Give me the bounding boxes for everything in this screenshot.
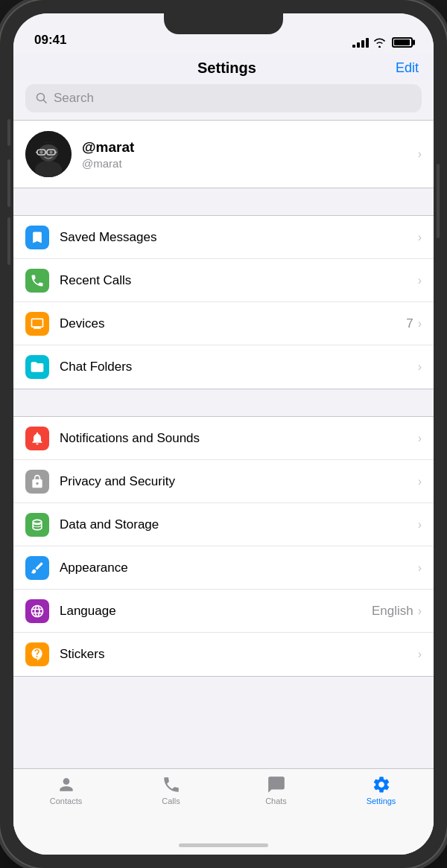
stickers-label: Stickers — [60, 647, 418, 662]
profile-name: @marat — [82, 139, 408, 156]
navigation-bar: Settings Edit — [13, 54, 434, 81]
page-title: Settings — [197, 60, 256, 77]
saved-messages-icon — [25, 226, 49, 249]
privacy-icon — [25, 470, 49, 494]
appearance-row[interactable]: Appearance › — [13, 546, 434, 590]
tab-settings-label: Settings — [367, 797, 396, 805]
chat-folders-label: Chat Folders — [60, 360, 418, 374]
devices-badge: 7 — [406, 316, 413, 331]
recent-calls-row[interactable]: Recent Calls › — [13, 259, 434, 302]
profile-info: @marat @marat — [82, 139, 408, 170]
language-icon — [25, 599, 49, 623]
appearance-chevron: › — [418, 561, 422, 575]
recent-calls-label: Recent Calls — [60, 273, 418, 288]
volume-down-button — [7, 217, 10, 265]
devices-icon — [25, 312, 49, 336]
svg-point-10 — [50, 151, 53, 154]
avatar — [25, 131, 72, 177]
status-icons — [352, 37, 413, 48]
wifi-icon — [373, 38, 386, 48]
section-1: Saved Messages › Recent Calls › — [13, 215, 434, 389]
settings-tab-icon — [372, 775, 391, 794]
section-gap-2 — [13, 389, 434, 416]
power-button — [437, 164, 440, 238]
tab-chats-label: Chats — [265, 797, 287, 805]
edit-button[interactable]: Edit — [396, 60, 419, 76]
tab-calls[interactable]: Calls — [118, 775, 224, 805]
battery-icon — [392, 37, 413, 48]
search-icon — [36, 92, 48, 104]
devices-row[interactable]: Devices 7 › — [13, 302, 434, 345]
content-area: Settings Edit Search — [13, 54, 434, 855]
chat-folders-row[interactable]: Chat Folders › — [13, 345, 434, 389]
tab-contacts[interactable]: Contacts — [13, 775, 118, 805]
home-indicator — [13, 835, 434, 855]
devices-chevron: › — [418, 317, 422, 331]
data-storage-icon — [25, 513, 49, 537]
tab-bar: Contacts Calls Chats — [13, 768, 434, 835]
volume-up-button — [7, 159, 10, 207]
privacy-row[interactable]: Privacy and Security › — [13, 460, 434, 503]
data-storage-label: Data and Storage — [60, 517, 418, 532]
search-container: Search — [13, 81, 434, 120]
notifications-icon — [25, 427, 49, 450]
saved-messages-row[interactable]: Saved Messages › — [13, 216, 434, 259]
phone-frame: 09:41 — [0, 0, 447, 868]
recent-calls-chevron: › — [418, 274, 422, 287]
appearance-icon — [25, 556, 49, 580]
search-placeholder: Search — [54, 91, 94, 106]
calls-tab-icon — [162, 775, 181, 794]
language-label: Language — [60, 604, 372, 619]
profile-chevron: › — [418, 147, 422, 161]
section-2: Notifications and Sounds › Privacy and S… — [13, 416, 434, 677]
stickers-row[interactable]: Stickers › — [13, 633, 434, 676]
tab-chats[interactable]: Chats — [224, 775, 329, 805]
home-bar — [179, 843, 268, 847]
contacts-icon — [57, 775, 76, 794]
stickers-chevron: › — [418, 648, 422, 661]
data-storage-chevron: › — [418, 518, 422, 532]
notifications-chevron: › — [418, 432, 422, 445]
notifications-label: Notifications and Sounds — [60, 431, 418, 446]
chats-icon — [267, 775, 286, 794]
phone-screen: 09:41 — [13, 13, 434, 855]
tab-contacts-label: Contacts — [50, 797, 82, 805]
appearance-label: Appearance — [60, 561, 418, 575]
tab-settings[interactable]: Settings — [329, 775, 434, 805]
signal-icon — [352, 38, 369, 48]
profile-row[interactable]: @marat @marat › — [13, 121, 434, 188]
language-chevron: › — [418, 604, 422, 618]
language-value: English — [372, 604, 413, 619]
stickers-icon — [25, 642, 49, 666]
section-gap-1 — [13, 188, 434, 215]
devices-label: Devices — [60, 316, 406, 331]
privacy-label: Privacy and Security — [60, 474, 418, 489]
saved-messages-chevron: › — [418, 231, 422, 244]
notch — [164, 13, 283, 34]
profile-handle: @marat — [82, 157, 408, 170]
data-storage-row[interactable]: Data and Storage › — [13, 503, 434, 546]
chat-folders-icon — [25, 355, 49, 379]
status-time: 09:41 — [34, 33, 66, 48]
settings-list: @marat @marat › Saved Messages — [13, 120, 434, 768]
notifications-row[interactable]: Notifications and Sounds › — [13, 417, 434, 460]
language-row[interactable]: Language English › — [13, 590, 434, 633]
chat-folders-chevron: › — [418, 360, 422, 374]
tab-calls-label: Calls — [162, 797, 180, 805]
mute-button — [7, 119, 10, 146]
search-bar[interactable]: Search — [25, 84, 422, 112]
svg-point-9 — [40, 151, 43, 154]
avatar-image — [25, 131, 72, 177]
bottom-spacer — [13, 677, 434, 692]
privacy-chevron: › — [418, 475, 422, 488]
profile-section: @marat @marat › — [13, 120, 434, 188]
recent-calls-icon — [25, 269, 49, 293]
saved-messages-label: Saved Messages — [60, 230, 418, 245]
